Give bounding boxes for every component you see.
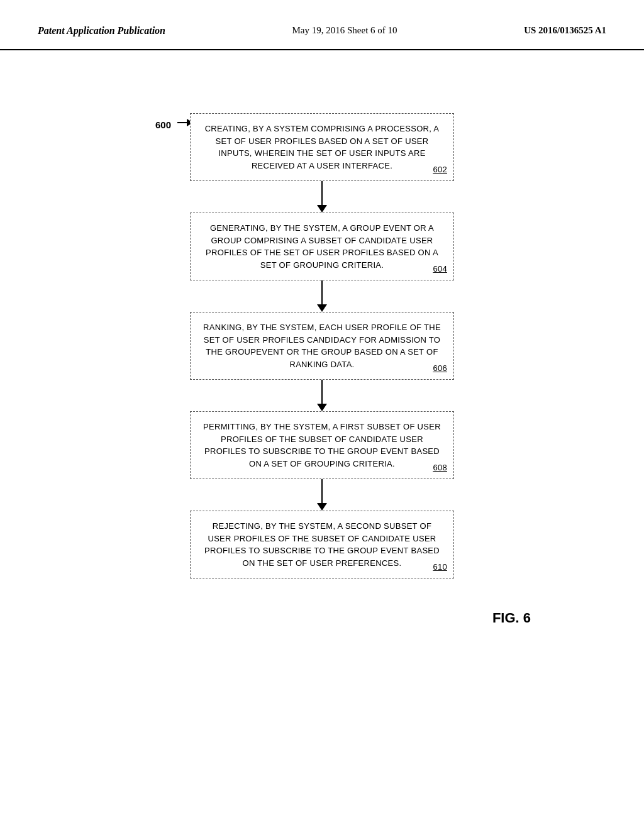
box-604-number: 604	[433, 263, 447, 275]
flow-box-602: CREATING, BY A SYSTEM COMPRISING A PROCE…	[190, 113, 454, 181]
box-610-text: REJECTING, BY THE SYSTEM, A SECOND SUBSE…	[204, 521, 440, 568]
arrow-line-1	[321, 181, 323, 205]
arrow-4	[317, 479, 327, 511]
flowchart: 600 CREATING, BY A SYSTEM COMPRISING A P…	[50, 113, 594, 626]
arrow-head-1	[317, 205, 327, 213]
flow-box-608: PERMITTING, BY THE SYSTEM, A FIRST SUBSE…	[190, 411, 454, 479]
flow-box-610: REJECTING, BY THE SYSTEM, A SECOND SUBSE…	[190, 511, 454, 578]
box-608-text: PERMITTING, BY THE SYSTEM, A FIRST SUBSE…	[203, 422, 441, 468]
main-content: 600 CREATING, BY A SYSTEM COMPRISING A P…	[0, 50, 644, 664]
box-606-text: RANKING, BY THE SYSTEM, EACH USER PROFIL…	[203, 323, 441, 369]
arrow-head-4	[317, 503, 327, 511]
page-header: Patent Application Publication May 19, 2…	[0, 0, 644, 50]
flow-box-604: GENERATING, BY THE SYSTEM, A GROUP EVENT…	[190, 213, 454, 280]
box-608-number: 608	[433, 462, 447, 474]
figure-label: FIG. 6	[492, 610, 531, 626]
arrow-2	[317, 280, 327, 312]
start-label: 600	[155, 119, 171, 130]
arrow-line-2	[321, 280, 323, 304]
box-606-number: 606	[433, 362, 447, 375]
box-610-number: 610	[433, 561, 447, 573]
header-center-label: May 19, 2016 Sheet 6 of 10	[292, 25, 397, 36]
arrow-line-3	[321, 380, 323, 404]
flow-box-606: RANKING, BY THE SYSTEM, EACH USER PROFIL…	[190, 312, 454, 380]
arrow-head-3	[317, 404, 327, 411]
arrow-head-2	[317, 304, 327, 312]
header-left-label: Patent Application Publication	[38, 25, 165, 36]
box-602-text: CREATING, BY A SYSTEM COMPRISING A PROCE…	[205, 124, 440, 170]
arrow-1	[317, 181, 327, 213]
box-604-text: GENERATING, BY THE SYSTEM, A GROUP EVENT…	[206, 223, 438, 270]
arrow-line-4	[321, 479, 323, 503]
arrow-3	[317, 380, 327, 411]
box-602-number: 602	[433, 163, 447, 176]
header-right-label: US 2016/0136525 A1	[524, 25, 606, 36]
